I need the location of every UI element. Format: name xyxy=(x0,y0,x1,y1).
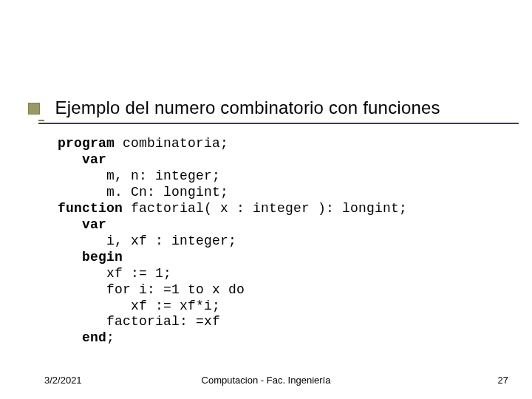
kw-begin: begin xyxy=(58,250,123,265)
code-block: program combinatoria; var m, n: integer;… xyxy=(58,136,488,347)
slide: Ejemplo del numero combinatorio con func… xyxy=(0,0,532,399)
slide-title: Ejemplo del numero combinatorio con func… xyxy=(55,98,440,118)
code-text: factorial( x : integer ): longint; xyxy=(123,201,407,216)
code-text: xf := 1; xyxy=(58,266,171,281)
title-tick-icon xyxy=(38,120,44,121)
code-text: m. Cn: longint; xyxy=(58,185,228,200)
footer: 3/2/2021 Computacion - Fac. Ingeniería 2… xyxy=(44,369,488,386)
code-text: for i: =1 to x do xyxy=(58,282,245,297)
kw-var: var xyxy=(58,152,106,167)
code-text: xf := xf*i; xyxy=(58,299,220,313)
code-text: m, n: integer; xyxy=(58,168,220,183)
code-text: i, xf : integer; xyxy=(58,233,236,248)
kw-var: var xyxy=(58,217,106,232)
title-bullet-icon xyxy=(28,103,40,115)
code-text: combinatoria; xyxy=(115,136,228,151)
kw-function: function xyxy=(58,201,123,216)
kw-program: program xyxy=(58,136,115,151)
code-text: factorial: =xf xyxy=(58,314,220,329)
slide-title-row: Ejemplo del numero combinatorio con func… xyxy=(28,98,510,126)
title-underline xyxy=(38,123,519,124)
footer-center: Computacion - Fac. Ingeniería xyxy=(44,375,488,386)
footer-page-number: 27 xyxy=(498,375,508,386)
kw-end: end xyxy=(58,330,106,345)
code-text: ; xyxy=(106,330,115,345)
